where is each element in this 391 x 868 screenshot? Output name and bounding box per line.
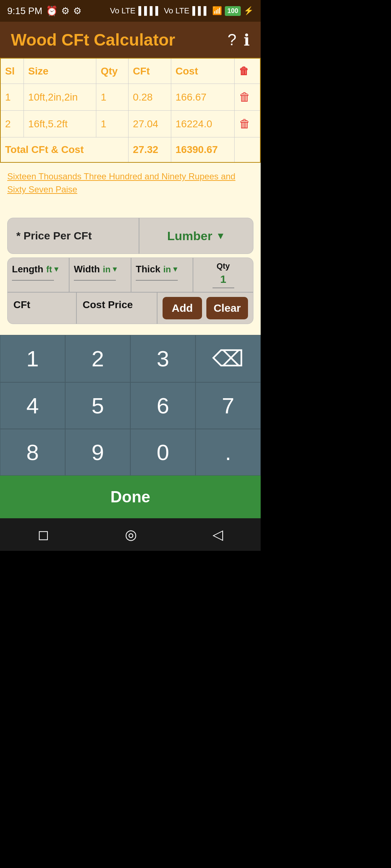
width-label: Width xyxy=(74,264,100,275)
length-input-line xyxy=(12,277,54,281)
status-bar: 9:15 PM ⏰ ⚙ ⚙ Vo LTE ▌▌▌▌ Vo LTE ▌▌▌ 📶 1… xyxy=(0,0,261,22)
settings2-icon: ⚙ xyxy=(73,5,81,17)
dims-container: Length ft ▼ Width in ▼ xyxy=(7,258,253,324)
nav-bar: ◻ ◎ ◁ xyxy=(0,518,261,551)
header-icons: ? ℹ xyxy=(228,31,250,49)
status-time: 9:15 PM xyxy=(7,5,42,17)
total-empty xyxy=(235,137,260,163)
width-cell[interactable]: Width in ▼ xyxy=(70,258,131,292)
col-delete-header: 🗑 xyxy=(235,58,260,84)
app-header: Wood CFt Calculator ? ℹ xyxy=(0,22,261,58)
length-cell[interactable]: Length ft ▼ xyxy=(8,258,70,292)
delete-row1-button[interactable]: 🗑 xyxy=(239,90,251,104)
total-cost: 16390.67 xyxy=(171,137,235,163)
lte-icon: Vo LTE xyxy=(110,6,136,16)
row2-cost: 16224.0 xyxy=(171,111,235,137)
delete-header-icon: 🗑 xyxy=(239,65,249,77)
done-button[interactable]: Done xyxy=(0,476,261,518)
qty-value: 1 xyxy=(220,273,226,285)
numpad: 1 2 3 ⌫ 4 5 6 7 8 9 0 . xyxy=(0,335,261,476)
thick-label-row: Thick in ▼ xyxy=(136,264,188,275)
qty-label: Qty xyxy=(216,261,230,271)
col-cost: Cost xyxy=(171,58,235,84)
col-qty: Qty xyxy=(96,58,129,84)
wifi-icon: 📶 xyxy=(212,6,222,16)
amount-words-text: Sixteen Thousands Three Hundred and Nine… xyxy=(7,171,235,194)
numpad-0[interactable]: 0 xyxy=(130,429,196,476)
lumber-dropdown-arrow: ▼ xyxy=(216,230,225,242)
calc-panel: * Price Per CFt Lumber ▼ Length ft ▼ xyxy=(0,207,261,335)
nav-square-icon[interactable]: ◻ xyxy=(38,527,49,542)
numpad-backspace[interactable]: ⌫ xyxy=(196,335,261,382)
col-cft: CFt xyxy=(129,58,171,84)
numpad-8[interactable]: 8 xyxy=(0,429,65,476)
delete-row2-button[interactable]: 🗑 xyxy=(239,117,251,131)
lumber-select[interactable]: Lumber ▼ xyxy=(139,229,253,243)
row1-sl: 1 xyxy=(0,84,24,111)
action-btns: Add Clear xyxy=(157,293,253,324)
help-icon[interactable]: ? xyxy=(228,31,236,49)
total-label: Total CFt & Cost xyxy=(0,137,129,163)
row1-cft: 0.28 xyxy=(129,84,171,111)
numpad-1[interactable]: 1 xyxy=(0,335,65,382)
lumber-label: Lumber xyxy=(167,229,213,243)
thick-cell[interactable]: Thick in ▼ xyxy=(131,258,193,292)
settings-icon: ⚙ xyxy=(61,5,70,17)
length-label-row: Length ft ▼ xyxy=(12,264,64,275)
row1-qty: 1 xyxy=(96,84,129,111)
width-unit-arrow: ▼ xyxy=(111,265,118,273)
row2-cft: 27.04 xyxy=(129,111,171,137)
thick-input-line xyxy=(136,277,178,281)
table-row: 2 16ft,5.2ft 1 27.04 16224.0 🗑 xyxy=(0,111,260,137)
thick-label: Thick xyxy=(136,264,160,275)
row1-cost: 166.67 xyxy=(171,84,235,111)
length-unit: ft ▼ xyxy=(46,264,60,275)
main-content: Sl Size Qty CFt Cost 🗑 1 10ft,2in,2in 1 … xyxy=(0,58,261,518)
numpad-6[interactable]: 6 xyxy=(130,382,196,429)
numpad-5[interactable]: 5 xyxy=(65,382,130,429)
numpad-4[interactable]: 4 xyxy=(0,382,65,429)
info-icon[interactable]: ℹ xyxy=(244,31,250,49)
amount-words: Sixteen Thousands Three Hundred and Nine… xyxy=(0,163,261,207)
row1-size: 10ft,2in,2in xyxy=(24,84,96,111)
col-sl: Sl xyxy=(0,58,24,84)
thick-unit: in ▼ xyxy=(163,264,179,275)
row2-sl: 2 xyxy=(0,111,24,137)
qty-cell[interactable]: Qty 1 xyxy=(193,258,253,292)
width-input-line xyxy=(74,277,116,281)
width-unit: in ▼ xyxy=(103,264,118,275)
lte2-icon: Vo LTE xyxy=(164,6,190,16)
app-title: Wood CFt Calculator xyxy=(11,30,175,50)
price-lumber-row: * Price Per CFt Lumber ▼ xyxy=(7,218,253,254)
cft-cell[interactable]: CFt xyxy=(8,293,77,324)
status-left: 9:15 PM ⏰ ⚙ ⚙ xyxy=(7,5,81,17)
width-label-row: Width in ▼ xyxy=(74,264,126,275)
calc-table: Sl Size Qty CFt Cost 🗑 1 10ft,2in,2in 1 … xyxy=(0,58,261,163)
row2-size: 16ft,5.2ft xyxy=(24,111,96,137)
numpad-3[interactable]: 3 xyxy=(130,335,196,382)
thick-unit-arrow: ▼ xyxy=(172,265,179,273)
numpad-dot[interactable]: . xyxy=(196,429,261,476)
numpad-7[interactable]: 7 xyxy=(196,382,261,429)
nav-back-icon[interactable]: ◁ xyxy=(213,527,223,542)
add-button[interactable]: Add xyxy=(163,297,202,319)
battery-indicator: 100 xyxy=(225,6,241,16)
numpad-9[interactable]: 9 xyxy=(65,429,130,476)
cost-cell[interactable]: Cost Price xyxy=(77,293,157,324)
row2-qty: 1 xyxy=(96,111,129,137)
cft-row: CFt Cost Price Add Clear xyxy=(8,293,253,324)
clear-button[interactable]: Clear xyxy=(206,297,248,319)
nav-home-icon[interactable]: ◎ xyxy=(125,527,137,542)
qty-line xyxy=(213,288,234,288)
numpad-2[interactable]: 2 xyxy=(65,335,130,382)
length-label: Length xyxy=(12,264,43,275)
alarm-icon: ⏰ xyxy=(46,5,58,17)
total-row: Total CFt & Cost 27.32 16390.67 xyxy=(0,137,260,163)
status-right: Vo LTE ▌▌▌▌ Vo LTE ▌▌▌ 📶 100 ⚡ xyxy=(110,6,253,16)
signal2-icon: ▌▌▌ xyxy=(192,6,209,16)
price-label[interactable]: * Price Per CFt xyxy=(8,218,139,254)
length-unit-arrow: ▼ xyxy=(53,265,60,273)
table-row: 1 10ft,2in,2in 1 0.28 166.67 🗑 xyxy=(0,84,260,111)
signal-icon: ▌▌▌▌ xyxy=(138,6,161,16)
charging-icon: ⚡ xyxy=(244,6,253,16)
